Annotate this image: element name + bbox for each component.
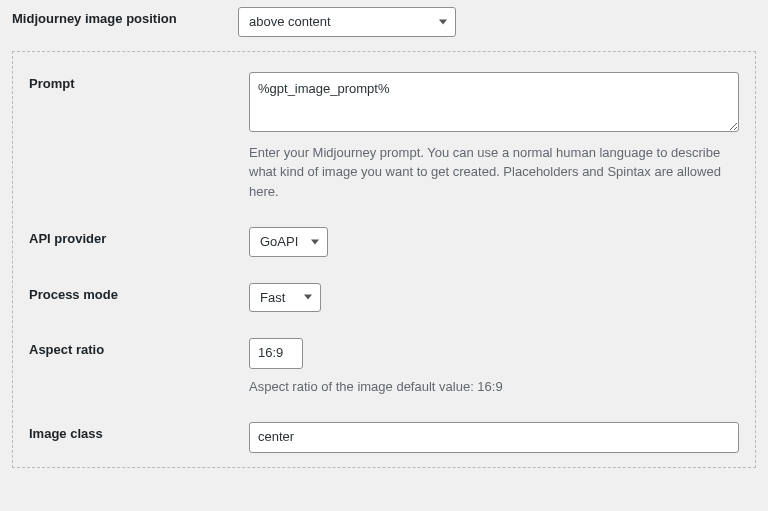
api-provider-select[interactable]: GoAPI: [249, 227, 328, 257]
process-mode-select[interactable]: Fast: [249, 283, 321, 313]
image-class-row: Image class: [29, 422, 739, 453]
api-provider-label: API provider: [29, 227, 249, 246]
process-mode-row: Process mode Fast: [29, 283, 739, 313]
aspect-ratio-label: Aspect ratio: [29, 338, 249, 357]
process-mode-select-wrapper: Fast: [249, 283, 321, 313]
aspect-ratio-input[interactable]: [249, 338, 303, 369]
prompt-description: Enter your Midjourney prompt. You can us…: [249, 143, 739, 202]
image-class-input[interactable]: [249, 422, 739, 453]
image-position-control: above content: [238, 7, 756, 37]
process-mode-control: Fast: [249, 283, 739, 313]
aspect-ratio-row: Aspect ratio Aspect ratio of the image d…: [29, 338, 739, 396]
api-provider-control: GoAPI: [249, 227, 739, 257]
prompt-label: Prompt: [29, 72, 249, 91]
image-position-label: Midjourney image position: [12, 7, 238, 26]
image-position-select[interactable]: above content: [238, 7, 456, 37]
image-class-control: [249, 422, 739, 453]
aspect-ratio-control: Aspect ratio of the image default value:…: [249, 338, 739, 396]
image-class-label: Image class: [29, 422, 249, 441]
api-provider-row: API provider GoAPI: [29, 227, 739, 257]
api-provider-select-wrapper: GoAPI: [249, 227, 328, 257]
midjourney-settings-panel: Prompt %gpt_image_prompt% Enter your Mid…: [12, 51, 756, 469]
prompt-row: Prompt %gpt_image_prompt% Enter your Mid…: [29, 72, 739, 202]
process-mode-label: Process mode: [29, 283, 249, 302]
aspect-ratio-description: Aspect ratio of the image default value:…: [249, 377, 739, 397]
image-position-select-wrapper: above content: [238, 7, 456, 37]
prompt-control: %gpt_image_prompt% Enter your Midjourney…: [249, 72, 739, 202]
prompt-textarea[interactable]: %gpt_image_prompt%: [249, 72, 739, 132]
image-position-row: Midjourney image position above content: [12, 7, 756, 37]
